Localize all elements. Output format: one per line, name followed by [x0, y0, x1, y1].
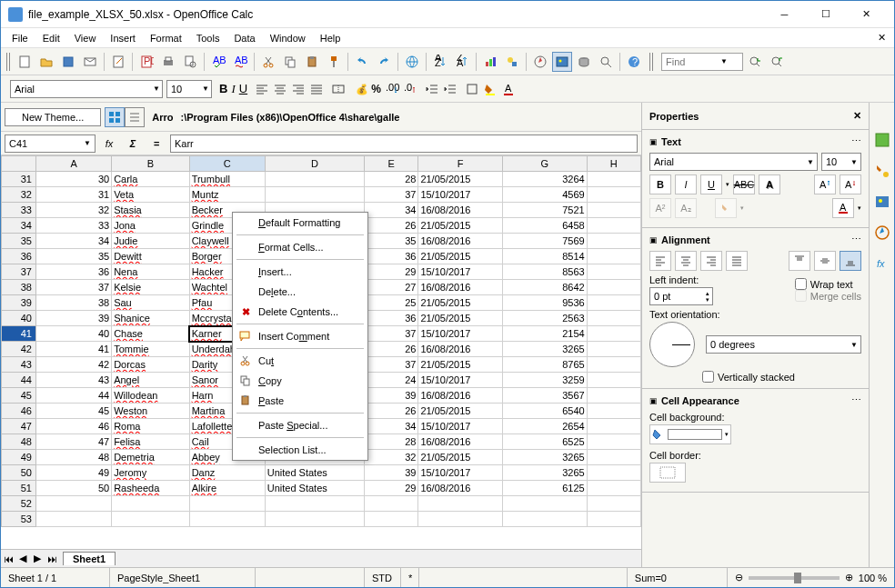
row-header[interactable]: 48	[2, 434, 36, 450]
cell[interactable]: 2654	[503, 419, 588, 434]
cell[interactable]: Alkire	[189, 481, 265, 496]
cell[interactable]: 2154	[503, 326, 588, 342]
cell[interactable]: 29	[365, 264, 418, 280]
cell[interactable]: Veta	[112, 187, 190, 203]
print-preview-button[interactable]	[180, 52, 200, 72]
bg-color-button[interactable]	[483, 82, 498, 96]
cell[interactable]: 3265	[503, 450, 588, 465]
cell[interactable]: 39	[365, 388, 418, 404]
find-prev-button[interactable]	[767, 52, 787, 72]
percent-button[interactable]: %	[371, 83, 381, 95]
menu-window[interactable]: Window	[263, 31, 313, 45]
increase-indent-button[interactable]	[443, 82, 458, 96]
cell[interactable]	[587, 187, 640, 203]
cell[interactable]	[587, 481, 640, 496]
row-header[interactable]: 35	[2, 234, 36, 249]
underline-button[interactable]: U	[239, 82, 247, 95]
cell[interactable]: 41	[36, 342, 112, 357]
bold-button[interactable]: B	[219, 82, 227, 95]
cell[interactable]: 36	[365, 311, 418, 326]
edit-file-button[interactable]	[108, 52, 128, 72]
more-options-button[interactable]: ⋯	[851, 135, 861, 147]
cell[interactable]	[112, 496, 190, 512]
gallery-list-view-button[interactable]	[125, 107, 145, 127]
cell[interactable]: 25	[365, 295, 418, 311]
spellcheck-button[interactable]: ABC	[208, 52, 228, 72]
prev-sheet-button[interactable]: ◀	[15, 553, 30, 564]
cell[interactable]: Demetria	[112, 450, 190, 465]
cell[interactable]	[587, 373, 640, 388]
cell[interactable]	[36, 496, 112, 512]
row-header[interactable]: 43	[2, 357, 36, 373]
sidebar-properties-icon[interactable]	[872, 130, 892, 150]
cell[interactable]	[587, 326, 640, 342]
email-button[interactable]	[80, 52, 100, 72]
cell[interactable]: Felisa	[112, 434, 190, 450]
cell[interactable]: Carla	[112, 172, 190, 187]
cell[interactable]: 16/08/2016	[418, 203, 503, 218]
cell[interactable]	[503, 496, 588, 512]
cell[interactable]	[587, 172, 640, 187]
cell[interactable]	[587, 512, 640, 527]
cell[interactable]: Stasia	[112, 203, 190, 218]
cell[interactable]	[587, 280, 640, 295]
cell[interactable]: 21/05/2015	[418, 357, 503, 373]
halign-left-button[interactable]	[649, 251, 671, 271]
cell[interactable]	[587, 295, 640, 311]
column-header[interactable]: F	[418, 156, 503, 172]
cell[interactable]: 16/08/2016	[418, 234, 503, 249]
find-input[interactable]	[666, 56, 720, 67]
cell[interactable]	[418, 496, 503, 512]
cell[interactable]: Tommie	[112, 342, 190, 357]
cell[interactable]: 45	[36, 404, 112, 419]
cell[interactable]: 26	[365, 404, 418, 419]
row-header[interactable]: 34	[2, 218, 36, 234]
navigator-button[interactable]	[530, 52, 550, 72]
cell[interactable]	[587, 218, 640, 234]
cell[interactable]: 21/05/2015	[418, 404, 503, 419]
cell[interactable]: 6525	[503, 434, 588, 450]
cell[interactable]: 29	[365, 481, 418, 496]
zoom-button[interactable]	[596, 52, 616, 72]
cell[interactable]: Trumbull	[189, 172, 265, 187]
context-menu-item[interactable]: Copy	[233, 371, 367, 391]
props-super-button[interactable]: A²	[649, 198, 671, 218]
copy-button[interactable]	[280, 52, 300, 72]
cell[interactable]: 28	[365, 172, 418, 187]
valign-middle-button[interactable]	[814, 251, 836, 271]
find-next-button[interactable]	[745, 52, 765, 72]
toolbar-grip[interactable]	[6, 53, 11, 71]
more-options-button[interactable]: ⋯	[851, 394, 861, 406]
cell[interactable]: Nena	[112, 264, 190, 280]
zoom-value[interactable]: 100 %	[859, 573, 887, 583]
cell[interactable]	[418, 512, 503, 527]
row-header[interactable]: 41	[2, 326, 36, 342]
cell[interactable]: 36	[36, 264, 112, 280]
expand-icon[interactable]: ▣	[649, 137, 658, 146]
cell-border-picker[interactable]	[649, 463, 686, 483]
halign-justify-button[interactable]	[726, 251, 748, 271]
props-shrink-button[interactable]: A	[840, 174, 861, 194]
orientation-degrees-combo[interactable]: 0 degrees▼	[706, 335, 861, 354]
cell[interactable]	[587, 388, 640, 404]
cell[interactable]: 21/05/2015	[418, 450, 503, 465]
zoom-slider[interactable]	[749, 576, 840, 580]
cell[interactable]: 34	[365, 419, 418, 434]
cell[interactable]	[265, 496, 364, 512]
cell[interactable]: 24	[365, 373, 418, 388]
cell[interactable]: 43	[36, 373, 112, 388]
props-italic-button[interactable]: I	[675, 174, 697, 194]
merge-cells-button[interactable]	[331, 82, 346, 96]
cell[interactable]	[112, 512, 190, 527]
cell[interactable]: 32	[36, 203, 112, 218]
cell[interactable]: Rasheeda	[112, 481, 190, 496]
last-sheet-button[interactable]: ⏭	[45, 553, 59, 564]
cell[interactable]	[587, 203, 640, 218]
cell[interactable]	[587, 404, 640, 419]
menu-data[interactable]: Data	[226, 31, 262, 45]
halign-center-button[interactable]	[675, 251, 697, 271]
cell[interactable]: Shanice	[112, 311, 190, 326]
cell[interactable]: 3265	[503, 465, 588, 481]
menu-insert[interactable]: Insert	[103, 31, 143, 45]
sort-asc-button[interactable]: AZ	[430, 52, 450, 72]
